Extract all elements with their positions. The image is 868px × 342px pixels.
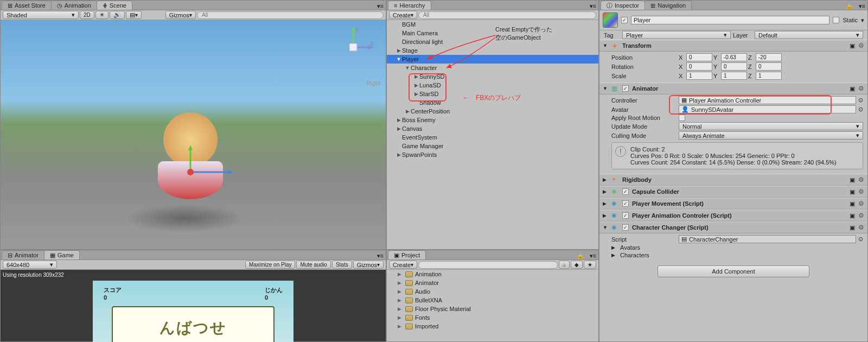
hierarchy-item-stage[interactable]: ▶Stage — [387, 46, 598, 55]
help-icon[interactable]: ▣ — [850, 200, 855, 207]
hierarchy-item-shadow[interactable]: Shadow — [387, 98, 598, 107]
hierarchy-item-boss-enemy[interactable]: ▶Boss Enemy — [387, 116, 598, 124]
gizmos-dropdown[interactable]: Gizmos ▾ — [165, 11, 196, 19]
static-dropdown-icon[interactable]: ▾ — [861, 17, 864, 24]
project-folder-bulletxna[interactable]: ▶BulletXNA — [387, 296, 598, 305]
rot-z-input[interactable] — [756, 62, 782, 71]
audio-toggle[interactable]: 🔊 — [110, 11, 125, 19]
panel-menu-icon[interactable]: ▾≡ — [588, 252, 598, 259]
gear-icon[interactable]: ⚙ — [858, 188, 864, 195]
tab-game[interactable]: ▦Game — [44, 250, 80, 259]
hierarchy-item-main-camera[interactable]: Main Camera — [387, 29, 598, 37]
gear-icon[interactable]: ⚙ — [858, 85, 864, 92]
active-checkbox[interactable]: ✓ — [621, 17, 628, 23]
hierarchy-item-eventsystem[interactable]: EventSystem — [387, 133, 598, 142]
scene-viewport[interactable]: y z Right — [1, 20, 386, 249]
panel-menu-icon[interactable]: ▾≡ — [375, 252, 386, 259]
static-checkbox[interactable] — [833, 17, 839, 23]
scl-x-input[interactable] — [686, 72, 712, 80]
object-picker-icon[interactable]: ⊙ — [858, 106, 863, 113]
character-changer-header[interactable]: ▼◉ ✓ Character Changer (Script) ▣ ⚙ — [599, 221, 867, 233]
add-component-button[interactable]: Add Component — [658, 265, 809, 277]
lock-icon[interactable]: 🔒 — [843, 3, 857, 10]
object-picker-icon[interactable]: ⊙ — [858, 97, 863, 104]
save-search-icon[interactable]: ★ — [584, 261, 596, 269]
capsule-collider-header[interactable]: ▶◉✓Capsule Collider▣⚙ — [599, 186, 867, 198]
gear-icon[interactable]: ⚙ — [858, 176, 864, 183]
hierarchy-item-character[interactable]: ▼Character — [387, 64, 598, 72]
help-icon[interactable]: ▣ — [850, 176, 855, 183]
help-icon[interactable]: ▣ — [850, 224, 855, 231]
tab-project[interactable]: ▣Project — [388, 250, 426, 259]
hierarchy-create-dropdown[interactable]: Create ▾ — [389, 11, 417, 19]
rot-x-input[interactable] — [686, 62, 712, 71]
player-movement-script--header[interactable]: ▶◉✓Player Movement (Script)▣⚙ — [599, 198, 867, 210]
tab-animator[interactable]: ⊟Animator — [2, 250, 44, 259]
hierarchy-item-centerposition[interactable]: ▶CenterPosition — [387, 107, 598, 116]
component-enabled-checkbox[interactable]: ✓ — [622, 200, 629, 207]
fx-toggle[interactable]: ▤▾ — [126, 11, 142, 19]
lock-icon[interactable]: 🔒 — [573, 252, 588, 259]
hierarchy-item-spwanpoints[interactable]: ▶SpwanPoints — [387, 150, 598, 159]
hierarchy-item-game-manager[interactable]: Game Manager — [387, 142, 598, 150]
tab-navigation[interactable]: ⊞Navigation — [644, 1, 692, 10]
maximize-toggle[interactable]: Maximize on Play — [245, 261, 295, 269]
avatars-array[interactable]: Avatars — [620, 244, 685, 251]
tab-asset-store[interactable]: ⊞Asset Store — [2, 1, 52, 10]
help-icon[interactable]: ▣ — [850, 85, 855, 92]
object-picker-icon[interactable]: ⊙ — [858, 236, 863, 243]
layer-dropdown[interactable]: Default▾ — [755, 31, 863, 39]
project-search-input[interactable] — [418, 261, 558, 269]
hierarchy-item-canvas[interactable]: ▶Canvas — [387, 124, 598, 133]
scene-search-input[interactable] — [197, 11, 384, 19]
panel-menu-icon[interactable]: ▾≡ — [857, 3, 867, 10]
stats-toggle[interactable]: Stats — [332, 261, 352, 269]
scl-z-input[interactable] — [756, 72, 782, 80]
script-field[interactable]: ▤CharacterChanger — [679, 235, 856, 243]
project-folder-fonts[interactable]: ▶Fonts — [387, 313, 598, 322]
hierarchy-item-sunnysd[interactable]: ▶SunnySD — [387, 72, 598, 81]
project-folder-animation[interactable]: ▶Animation — [387, 270, 598, 278]
avatar-field[interactable]: 👤SunnySDAvatar — [679, 105, 856, 113]
shading-dropdown[interactable]: Shaded▾ — [3, 11, 79, 19]
apply-root-checkbox[interactable] — [679, 115, 685, 121]
project-create-dropdown[interactable]: Create ▾ — [389, 261, 417, 269]
hierarchy-item-lunasd[interactable]: ▶LunaSD — [387, 81, 598, 90]
project-folder-audio[interactable]: ▶Audio — [387, 287, 598, 296]
filter-icon[interactable]: ◆ — [571, 261, 583, 269]
pos-y-input[interactable] — [721, 53, 747, 61]
hierarchy-item-starsd[interactable]: ▶StarSD — [387, 90, 598, 98]
game-gizmos-dropdown[interactable]: Gizmos ▾ — [353, 261, 384, 269]
controller-field[interactable]: ▦Player Animation Controller — [679, 96, 856, 104]
panel-menu-icon[interactable]: ▾≡ — [588, 3, 598, 10]
2d-toggle[interactable]: 2D — [80, 11, 94, 19]
orientation-gizmo-icon[interactable]: y z — [331, 26, 375, 69]
rigidbody-header[interactable]: ▶✦Rigidbody▣⚙ — [599, 174, 867, 186]
project-folder-animator[interactable]: ▶Animator — [387, 278, 598, 287]
resolution-dropdown[interactable]: 640x480▾ — [3, 261, 57, 269]
component-enabled-checkbox[interactable]: ✓ — [622, 188, 629, 195]
scl-y-input[interactable] — [721, 72, 747, 80]
characters-array[interactable]: Characters — [620, 252, 685, 258]
hierarchy-item-player[interactable]: ▼Player — [387, 55, 598, 64]
animator-enabled-checkbox[interactable]: ✓ — [622, 85, 629, 92]
hierarchy-search-input[interactable] — [418, 11, 596, 19]
gear-icon[interactable]: ⚙ — [858, 224, 864, 231]
tab-animation[interactable]: ◷Animation — [51, 1, 97, 10]
mute-toggle[interactable]: Mute audio — [296, 261, 330, 269]
player-animation-controler-script--header[interactable]: ▶◉✓Player Animation Controler (Script)▣⚙ — [599, 210, 867, 221]
component-enabled-checkbox[interactable]: ✓ — [622, 224, 629, 231]
panel-menu-icon[interactable]: ▾≡ — [375, 3, 386, 10]
pos-x-input[interactable] — [686, 53, 712, 61]
tab-inspector[interactable]: ⓘInspector — [601, 1, 645, 10]
update-mode-dropdown[interactable]: Normal▾ — [679, 122, 863, 130]
tag-dropdown[interactable]: Player▾ — [622, 31, 731, 39]
object-name-input[interactable] — [631, 16, 829, 24]
help-icon[interactable]: ▣ — [850, 212, 855, 219]
help-icon[interactable]: ▣ — [850, 42, 855, 49]
culling-mode-dropdown[interactable]: Always Animate▾ — [679, 131, 863, 140]
project-folder-imported[interactable]: ▶Imported — [387, 322, 598, 331]
project-folder-floor-physic-material[interactable]: ▶Floor Physic Material — [387, 305, 598, 313]
rot-y-input[interactable] — [721, 62, 747, 71]
gear-icon[interactable]: ⚙ — [858, 200, 864, 207]
